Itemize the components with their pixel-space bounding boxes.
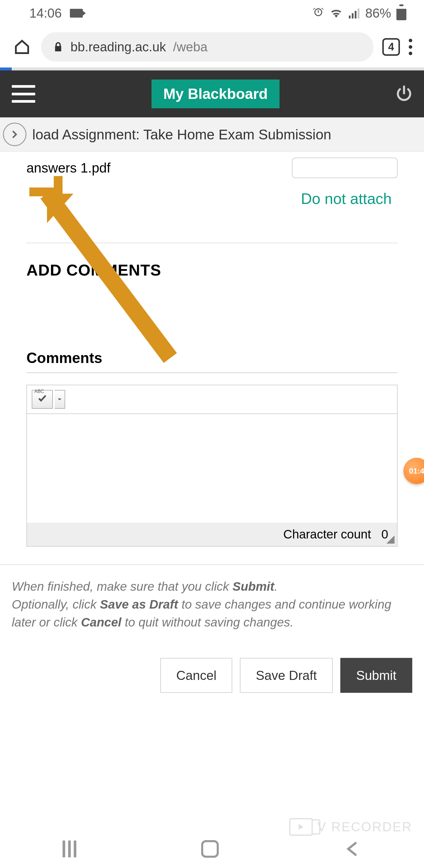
add-comments-heading: ADD COMMENTS xyxy=(26,261,398,279)
android-status-bar: 14:06 86% xyxy=(0,0,424,26)
my-blackboard-button[interactable]: My Blackboard xyxy=(152,80,279,108)
char-count-label: Character count xyxy=(283,527,371,541)
alarm-icon xyxy=(312,7,324,19)
do-not-attach-link[interactable]: Do not attach xyxy=(26,190,398,208)
browser-home-button[interactable] xyxy=(12,37,32,57)
page-title: load Assignment: Take Home Exam Submissi… xyxy=(32,126,331,143)
assignment-content: answers 1.pdf Do not attach ADD COMMENTS… xyxy=(0,152,424,564)
page-loading-bar xyxy=(0,67,424,70)
svg-rect-0 xyxy=(349,16,351,19)
footer-instruction-1: When finished, make sure that you click … xyxy=(12,578,412,596)
status-time: 14:06 xyxy=(29,6,62,21)
browser-menu-button[interactable] xyxy=(409,39,412,55)
svg-rect-2 xyxy=(355,11,357,19)
lock-icon xyxy=(53,42,63,52)
comments-editor: ABC Character count 0 ◢ xyxy=(26,385,398,547)
url-bar[interactable]: bb.reading.ac.uk/weba xyxy=(41,32,373,62)
battery-percent: 86% xyxy=(365,6,391,21)
attached-file-name: answers 1.pdf xyxy=(26,160,292,176)
blackboard-header: My Blackboard xyxy=(0,70,424,117)
svg-rect-1 xyxy=(352,13,354,19)
submit-button[interactable]: Submit xyxy=(340,658,412,693)
page-title-bar: load Assignment: Take Home Exam Submissi… xyxy=(0,117,424,152)
toolbar-dropdown[interactable] xyxy=(55,390,65,409)
footer-instruction-2: Optionally, click Save as Draft to save … xyxy=(12,596,412,631)
wifi-icon xyxy=(329,7,343,19)
comments-textarea[interactable] xyxy=(27,414,397,523)
browser-toolbar: bb.reading.ac.uk/weba 4 xyxy=(0,26,424,67)
check-icon xyxy=(37,394,47,403)
video-recording-icon xyxy=(70,9,83,18)
android-nav-bar xyxy=(0,830,424,868)
comments-label: Comments xyxy=(26,349,398,367)
logout-button[interactable] xyxy=(396,85,412,103)
url-path: /weba xyxy=(173,40,207,54)
nav-back-button[interactable] xyxy=(344,840,361,858)
spellcheck-button[interactable]: ABC xyxy=(32,390,53,409)
signal-icon xyxy=(348,7,360,19)
tab-switcher-button[interactable]: 4 xyxy=(382,38,400,56)
svg-rect-3 xyxy=(358,8,359,19)
nav-recents-button[interactable] xyxy=(63,840,77,858)
submission-footer: When finished, make sure that you click … xyxy=(0,564,424,728)
editor-status-bar: Character count 0 ◢ xyxy=(27,523,397,546)
save-draft-button[interactable]: Save Draft xyxy=(240,658,333,693)
chevron-right-icon xyxy=(10,130,19,139)
url-host: bb.reading.ac.uk xyxy=(70,40,166,54)
editor-toolbar: ABC xyxy=(27,385,397,414)
cancel-button[interactable]: Cancel xyxy=(160,658,232,693)
expand-sidebar-button[interactable] xyxy=(3,123,26,146)
menu-button[interactable] xyxy=(12,85,35,103)
field-rule xyxy=(26,372,398,373)
resize-handle[interactable]: ◢ xyxy=(386,533,395,545)
file-action-box[interactable] xyxy=(292,158,398,178)
caret-down-icon xyxy=(57,397,62,402)
nav-home-button[interactable] xyxy=(201,840,219,858)
battery-icon xyxy=(396,6,406,20)
section-divider xyxy=(26,243,398,243)
